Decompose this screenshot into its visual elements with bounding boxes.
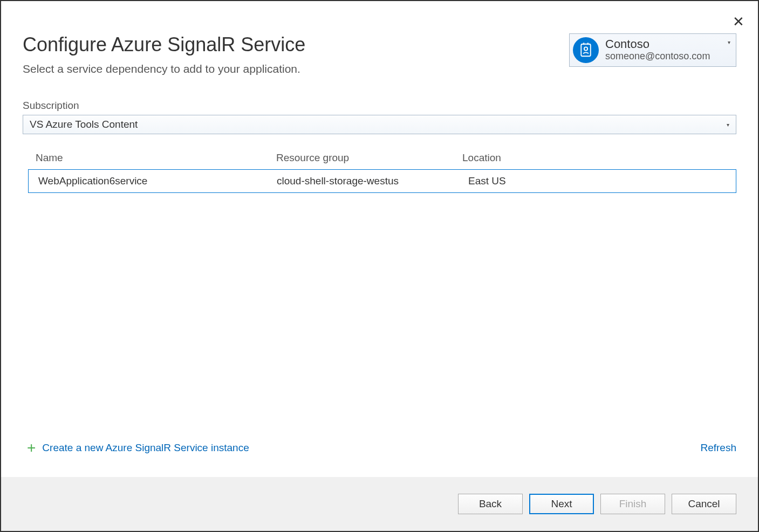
dialog-footer: Back Next Finish Cancel bbox=[1, 477, 758, 531]
column-location: Location bbox=[462, 152, 736, 164]
badge-icon bbox=[573, 37, 599, 63]
back-button[interactable]: Back bbox=[458, 494, 523, 514]
column-resource-group: Resource group bbox=[276, 152, 462, 164]
table-header: Name Resource group Location bbox=[28, 148, 736, 170]
create-new-link[interactable]: + Create a new Azure SignalR Service ins… bbox=[27, 440, 249, 455]
next-button[interactable]: Next bbox=[529, 494, 594, 514]
column-name: Name bbox=[28, 152, 276, 164]
account-selector[interactable]: Contoso someone@contoso.com ▾ bbox=[569, 33, 736, 67]
cell-location: East US bbox=[463, 175, 736, 187]
chevron-down-icon: ▾ bbox=[727, 122, 729, 128]
chevron-down-icon: ▾ bbox=[728, 39, 730, 45]
close-button[interactable]: ✕ bbox=[733, 15, 744, 29]
subscription-label: Subscription bbox=[23, 100, 736, 112]
page-subtitle: Select a service dependency to add to yo… bbox=[23, 63, 569, 75]
table-row[interactable]: WebApplication6service cloud-shell-stora… bbox=[28, 169, 736, 193]
cell-name: WebApplication6service bbox=[29, 175, 277, 187]
account-email: someone@contoso.com bbox=[605, 51, 723, 63]
create-new-label: Create a new Azure SignalR Service insta… bbox=[42, 442, 249, 454]
subscription-dropdown[interactable]: VS Azure Tools Content ▾ bbox=[23, 115, 736, 134]
cancel-button[interactable]: Cancel bbox=[672, 494, 736, 514]
cell-resource-group: cloud-shell-storage-westus bbox=[277, 175, 463, 187]
refresh-link[interactable]: Refresh bbox=[700, 442, 736, 454]
page-title: Configure Azure SignalR Service bbox=[23, 33, 569, 56]
plus-icon: + bbox=[27, 440, 36, 455]
finish-button: Finish bbox=[600, 494, 665, 514]
svg-point-1 bbox=[584, 47, 587, 50]
subscription-selected: VS Azure Tools Content bbox=[30, 119, 138, 130]
account-name: Contoso bbox=[605, 38, 723, 51]
